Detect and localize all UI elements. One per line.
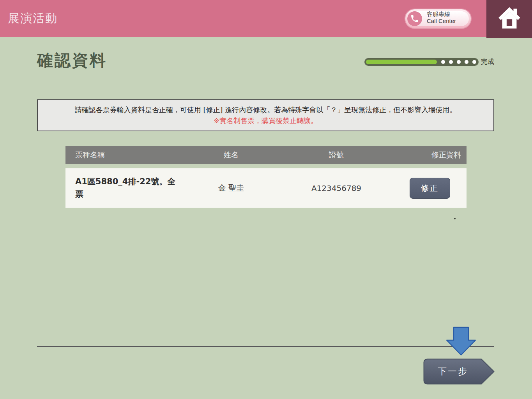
cell-ticket-type: A1區5880_4排-22號。全票 — [75, 176, 177, 200]
header-name: 姓名 — [182, 150, 280, 160]
progress-dot — [465, 60, 468, 64]
table-header-row: 票種名稱 姓名 證號 修正資料 — [65, 146, 467, 164]
app-title: 展演活動 — [8, 0, 58, 37]
call-center-label-en: Call Center — [427, 18, 456, 24]
next-step-button[interactable]: 下一步 — [423, 358, 495, 385]
progress-dot — [441, 60, 445, 64]
cell-name: 金 聖圭 — [182, 183, 280, 193]
home-button[interactable] — [486, 0, 532, 38]
notice-warning-text: ※實名制售票，購買後禁止轉讓。 — [214, 116, 318, 125]
header-id-number: 證號 — [280, 150, 393, 160]
header-bar: 展演活動 客服專線 Call Center — [0, 0, 532, 37]
footer-divider — [37, 346, 494, 347]
call-center-label: 客服專線 Call Center — [427, 11, 456, 25]
header-ticket-type: 票種名稱 — [65, 150, 182, 160]
phone-icon — [407, 11, 422, 26]
call-center-button[interactable]: 客服專線 Call Center — [405, 9, 472, 29]
header-edit-data: 修正資料 — [393, 150, 467, 160]
notice-box: 請確認各票券輸入資料是否正確，可使用 [修正] 進行內容修改。若為特殊字會以「？… — [37, 99, 494, 131]
progress-complete-label: 完成 — [481, 57, 494, 66]
progress-dots — [441, 60, 476, 64]
cell-id-number: A123456789 — [280, 184, 393, 193]
progress-track — [364, 58, 479, 66]
ticket-table: 票種名稱 姓名 證號 修正資料 A1區5880_4排-22號。全票 金 聖圭 A… — [65, 146, 467, 208]
down-arrow-icon — [446, 327, 476, 358]
stray-dot-artifact — [454, 218, 456, 219]
call-center-label-zh: 客服專線 — [427, 11, 450, 17]
progress-fill — [366, 60, 437, 64]
progress-dot — [472, 60, 476, 64]
home-icon — [497, 5, 522, 32]
progress-dot — [449, 60, 453, 64]
notice-text: 請確認各票券輸入資料是否正確，可使用 [修正] 進行內容修改。若為特殊字會以「？… — [75, 105, 457, 115]
progress-dot — [457, 60, 461, 64]
edit-button[interactable]: 修正 — [410, 178, 450, 199]
next-step-label: 下一步 — [423, 358, 483, 385]
page-title: 確認資料 — [37, 50, 107, 71]
progress-indicator: 完成 — [364, 57, 494, 66]
table-row: A1區5880_4排-22號。全票 金 聖圭 A123456789 修正 — [65, 168, 467, 208]
